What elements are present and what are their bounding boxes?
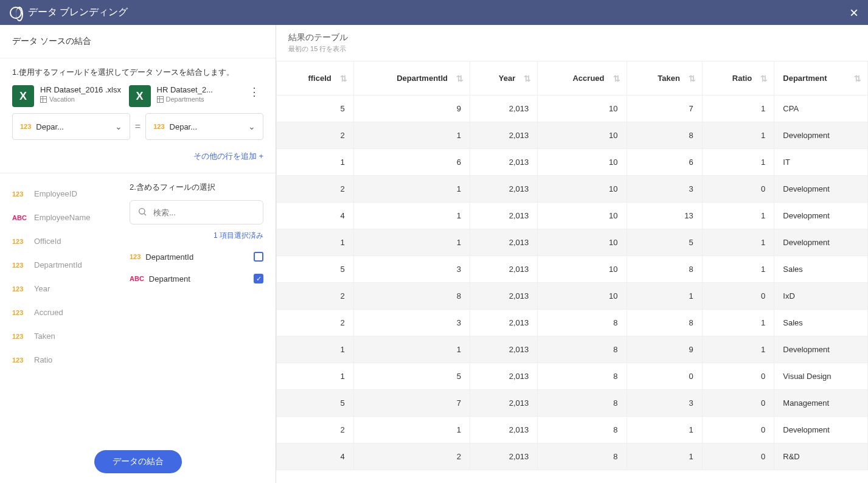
- chevron-down-icon: ⌄: [115, 122, 122, 131]
- table-cell: Sales: [774, 256, 868, 283]
- more-icon[interactable]: ⋮: [245, 85, 263, 99]
- sort-icon[interactable]: ⇅: [613, 74, 620, 83]
- table-cell: 1: [702, 149, 774, 176]
- search-input[interactable]: [153, 208, 255, 217]
- table-cell: 10: [538, 203, 627, 229]
- field-item[interactable]: 123OfficeId: [12, 229, 117, 253]
- table-cell: 0: [702, 417, 774, 443]
- join-field-1-select[interactable]: 123 Depar... ⌄: [12, 113, 130, 140]
- table-cell: 1: [353, 176, 470, 203]
- field-name: EmployeeName: [34, 213, 91, 222]
- table-cell: 3: [353, 256, 470, 283]
- sort-icon[interactable]: ⇅: [340, 74, 347, 83]
- field-item[interactable]: 123Year: [12, 277, 117, 301]
- table-row: 532,0131081Sales: [277, 256, 868, 283]
- column-header[interactable]: fficeId⇅: [277, 61, 354, 96]
- table-cell: 4: [277, 203, 354, 229]
- search-box[interactable]: [130, 200, 263, 224]
- table-cell: 2,013: [470, 390, 537, 417]
- table-cell: Management: [774, 390, 868, 417]
- join-data-button[interactable]: データの結合: [94, 450, 182, 473]
- table-cell: 2,013: [470, 122, 537, 149]
- excel-icon: X: [129, 85, 151, 107]
- column-header[interactable]: Accrued⇅: [538, 61, 627, 96]
- table-row: 162,0131061IT: [277, 149, 868, 176]
- include-field-name: Department: [149, 274, 254, 283]
- chevron-down-icon: ⌄: [248, 122, 255, 131]
- sort-icon[interactable]: ⇅: [524, 74, 531, 83]
- table-cell: 10: [538, 149, 627, 176]
- field-name: Ratio: [34, 355, 52, 364]
- table-cell: 1: [353, 203, 470, 229]
- right-panel: 結果のテーブル 最初の 15 行を表示 fficeId⇅DepartmentId…: [276, 25, 868, 483]
- include-checkbox[interactable]: [254, 252, 263, 262]
- table-cell: Development: [774, 122, 868, 149]
- column-header[interactable]: Year⇅: [470, 61, 537, 96]
- table-cell: 8: [538, 336, 627, 363]
- table-cell: 2,013: [470, 203, 537, 229]
- table-cell: 1: [702, 256, 774, 283]
- table-cell: 6: [353, 149, 470, 176]
- field-item[interactable]: ABCEmployeeName: [12, 206, 117, 229]
- table-cell: 2,013: [470, 176, 537, 203]
- field-name: OfficeId: [34, 237, 61, 246]
- table-row: 212,013810Development: [277, 417, 868, 443]
- table-cell: 7: [353, 390, 470, 417]
- column-header[interactable]: DepartmentId⇅: [353, 61, 470, 96]
- type-badge: ABC: [130, 275, 144, 282]
- table-cell: 1: [277, 149, 354, 176]
- table-row: 212,0131030Development: [277, 176, 868, 203]
- sort-icon[interactable]: ⇅: [760, 74, 768, 83]
- step2-label: 2.含めるフィールの選択: [130, 182, 263, 193]
- sort-icon[interactable]: ⇅: [456, 74, 464, 83]
- step1-label: 1.使用するフィールドを選択してデータ ソースを結合します。: [12, 67, 263, 78]
- table-cell: Development: [774, 203, 868, 229]
- field-item[interactable]: 123Accrued: [12, 301, 117, 324]
- table-row: 212,0131081Development: [277, 122, 868, 149]
- field-item[interactable]: 123DepartmentId: [12, 253, 117, 277]
- field-item[interactable]: 123Taken: [12, 324, 117, 348]
- type-badge-123: 123: [153, 123, 164, 130]
- column-header[interactable]: Ratio⇅: [702, 61, 774, 96]
- sort-icon[interactable]: ⇅: [689, 74, 696, 83]
- include-checkbox[interactable]: ✓: [254, 274, 263, 283]
- column-header[interactable]: Department⇅: [774, 61, 868, 96]
- table-cell: IxD: [774, 283, 868, 310]
- column-label: DepartmentId: [397, 74, 461, 83]
- table-cell: 5: [353, 363, 470, 390]
- selected-count: 1 項目選択済み: [130, 231, 263, 241]
- column-label: Accrued: [572, 74, 617, 83]
- table-cell: 9: [627, 336, 702, 363]
- type-badge: 123: [12, 356, 29, 364]
- table-cell: 10: [538, 122, 627, 149]
- table-cell: 5: [277, 96, 354, 122]
- column-header[interactable]: Taken⇅: [627, 61, 702, 96]
- table-row: 232,013881Sales: [277, 310, 868, 336]
- field-item[interactable]: 123Ratio: [12, 348, 117, 372]
- table-cell: 10: [538, 283, 627, 310]
- sort-icon[interactable]: ⇅: [854, 74, 861, 83]
- source-2-name: HR Dataset_2...: [157, 85, 241, 94]
- table-cell: 3: [627, 390, 702, 417]
- table-cell: 2,013: [470, 443, 537, 470]
- blend-icon: [10, 7, 22, 19]
- table-row: 112,013891Development: [277, 336, 868, 363]
- close-button[interactable]: ×: [850, 4, 858, 21]
- table-cell: 3: [627, 176, 702, 203]
- add-join-row-link[interactable]: その他の行を追加 +: [0, 140, 276, 173]
- table-cell: Visual Design: [774, 363, 868, 390]
- table-cell: 2: [277, 417, 354, 443]
- table-cell: 0: [702, 443, 774, 470]
- table-cell: 7: [627, 96, 702, 122]
- table-cell: 1: [702, 122, 774, 149]
- table-cell: 8: [538, 443, 627, 470]
- table-cell: 0: [702, 283, 774, 310]
- field-item[interactable]: 123EmployeeID: [12, 182, 117, 206]
- table-cell: 8: [627, 122, 702, 149]
- join-field-2-select[interactable]: 123 Depar... ⌄: [145, 113, 263, 140]
- table-cell: 13: [627, 203, 702, 229]
- column-label: fficeId: [308, 74, 344, 83]
- table-row: 422,013810R&D: [277, 443, 868, 470]
- join-field-2-label: Depar...: [170, 122, 248, 131]
- table-cell: 9: [353, 96, 470, 122]
